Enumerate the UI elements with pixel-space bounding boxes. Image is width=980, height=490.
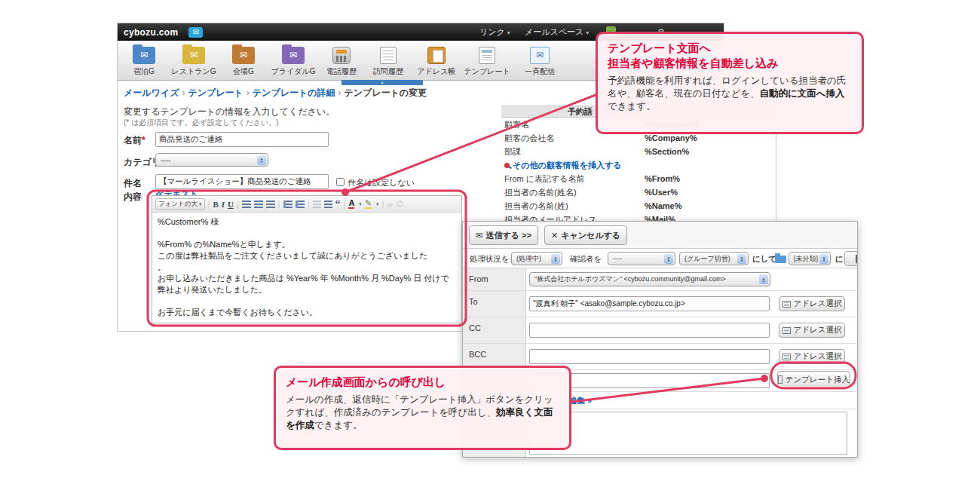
bullet-list-icon[interactable] [283, 201, 292, 208]
remove-link-icon[interactable]: ∅ [396, 199, 403, 209]
app-bulk-send[interactable]: 一斉配信 [516, 44, 564, 77]
link-menu[interactable]: リンク▾ [479, 26, 510, 38]
breadcrumb-template-detail[interactable]: テンプレートの詳細 [253, 87, 335, 98]
select-stepper-icon: ▴▾ [737, 254, 746, 264]
app-visit-history[interactable]: 訪問履歴 [364, 44, 412, 77]
breadcrumb-mailwise[interactable]: メールワイズ [124, 87, 179, 98]
align-center-icon[interactable] [254, 201, 263, 208]
italic-icon[interactable]: I [222, 200, 225, 209]
toolbar-separator: | [308, 200, 310, 209]
app-kaijo[interactable]: 会場G [219, 44, 268, 77]
to-row: To アドレス選択 [463, 291, 857, 317]
insert-template-button[interactable]: テンプレート挿入 [777, 371, 850, 388]
bold-icon[interactable]: B [213, 200, 218, 209]
toolbar-scroll-indicator[interactable]: ▴ [341, 80, 423, 85]
address-select-button[interactable]: アドレス選択 [779, 296, 845, 311]
folder-icon [775, 256, 786, 263]
group-select[interactable]: (グループ切替)▴▾ [679, 252, 749, 265]
checker-label: 確認者を [570, 254, 602, 265]
align-left-icon[interactable] [242, 201, 251, 208]
editor-line: お手元に届くまで今暫くお待ちください。 [158, 307, 456, 318]
required-note: (* は必須項目です。必ず設定してください。) [124, 118, 279, 128]
required-mark: * [142, 135, 145, 145]
notebook-icon [380, 47, 397, 64]
app-restaurant[interactable]: レストランG [170, 44, 218, 77]
font-color-icon[interactable]: A [348, 199, 354, 209]
address-card-icon [782, 327, 791, 334]
caret-down-icon: ▾ [359, 201, 362, 207]
address-select-button[interactable]: アドレス選択 [779, 323, 845, 338]
caret-down-icon: ▾ [376, 201, 379, 207]
caret-down-icon: ▾ [199, 201, 202, 207]
broadcast-mail-icon [530, 47, 550, 64]
font-size-button[interactable]: フォントの大▾ [155, 198, 205, 210]
folder-mail-icon [282, 47, 305, 64]
app-template[interactable]: テンプレート [463, 44, 511, 77]
quote-icon[interactable]: “ [335, 201, 341, 208]
save-icon [856, 255, 859, 263]
cc-row: CC アドレス選択 [463, 317, 857, 344]
from-row: From "株式会社ホテルボウズマン" <cybozu.community@gm… [463, 268, 857, 291]
send-button[interactable]: ✉送信する >> [469, 225, 538, 245]
no-subject-checkbox[interactable] [336, 178, 345, 186]
bcc-label: BCC [469, 350, 486, 359]
select-stepper-icon: ▴▾ [759, 274, 768, 284]
callout-compose-call: メール作成画面からの呼び出し メールの作成、返信時に「テンプレート挿入」ボタンを… [274, 366, 571, 450]
folder-mail-icon [133, 47, 155, 64]
content-label: 内容 [124, 191, 142, 204]
reserved-row: 担当者の名前(姓名)%User% [501, 185, 776, 199]
toolbar-separator: | [278, 200, 280, 209]
to-input[interactable] [529, 296, 770, 311]
editor-content[interactable]: %Customer% 様 %From% の%Name%と申します。 この度は弊社… [152, 213, 461, 322]
from-select[interactable]: "株式会社ホテルボウズマン" <cybozu.community@gmail.c… [529, 272, 770, 286]
compose-options-row: 処理状況を (処理中)▴▾ 確認者を ----▴▾ (グループ切替)▴▾ にして… [463, 249, 857, 268]
edit-link[interactable]: 編集 » [568, 395, 592, 406]
mailspace-menu[interactable]: メールスペース▾ [525, 26, 589, 38]
template-body-editor: フォントの大▾ | B I U | | | “ | A▾ ✎▾ | [152, 195, 462, 323]
cc-label: CC [469, 323, 481, 332]
status-select[interactable]: (処理中)▴▾ [511, 252, 562, 265]
no-subject-label: 件名は設定しない [348, 177, 415, 188]
caret-down-icon: ▾ [507, 29, 510, 36]
template-doc-icon [778, 375, 782, 384]
outdent-icon[interactable] [313, 201, 321, 208]
address-select-button[interactable]: アドレス選択 [779, 349, 845, 364]
editor-line [158, 228, 456, 239]
callout-title: メール作成画面からの呼び出し [286, 375, 559, 390]
underline-icon[interactable]: U [228, 200, 234, 209]
subject-input[interactable] [155, 174, 329, 189]
close-icon: ✕ [551, 231, 558, 240]
select-stepper-icon: ▴▾ [257, 155, 266, 165]
cc-input[interactable] [529, 323, 770, 338]
scroll-up-icon: ▴ [381, 80, 383, 84]
app-phone-history[interactable]: 電話履歴 [317, 44, 366, 77]
checker-select[interactable]: ----▴▾ [608, 252, 675, 265]
category-select[interactable]: ----▴▾ [155, 153, 268, 167]
bcc-input[interactable] [529, 349, 770, 364]
phone-icon [332, 47, 351, 64]
numbered-list-icon[interactable] [296, 201, 305, 208]
breadcrumb-template[interactable]: テンプレート [188, 87, 243, 98]
ni-text: に [835, 254, 844, 265]
app-bridal[interactable]: ブライダルG [269, 44, 317, 77]
app-shukuhaku[interactable]: 宿泊G [120, 44, 168, 77]
indent-icon[interactable] [324, 201, 332, 208]
address-card-icon [782, 301, 791, 308]
save-button-clipped[interactable] [844, 251, 858, 266]
highlight-marker-icon[interactable]: ✎ [365, 199, 372, 209]
callout-title: テンプレート文面へ担当者や顧客情報を自動差し込み [608, 41, 852, 71]
toolbar-separator: | [208, 200, 210, 209]
mail-app-icon[interactable]: ✉ [188, 27, 203, 38]
mail-body-textarea[interactable] [529, 412, 847, 455]
insert-other-customer-info-link[interactable]: その他の顧客情報を挿入する [513, 161, 622, 170]
cancel-button[interactable]: ✕キャンセルする [544, 225, 627, 245]
envelope-icon: ✉ [476, 231, 482, 240]
app-address-book[interactable]: アドレス帳 [412, 44, 461, 77]
screenshot-canvas: cybozu.com ✉ リンク▾ メールスペース▾ ⚙ 宿泊G レストランG … [0, 0, 980, 490]
name-input[interactable] [155, 132, 329, 147]
callout-body: メールの作成、返信時に「テンプレート挿入」ボタンをクリックすれば、作成済みのテン… [286, 394, 559, 432]
align-right-icon[interactable] [266, 201, 275, 208]
from-label: From [469, 274, 488, 283]
insert-link-icon[interactable]: ∞ [387, 200, 393, 209]
folder-select[interactable]: [未分類]▴▾ [789, 252, 831, 265]
